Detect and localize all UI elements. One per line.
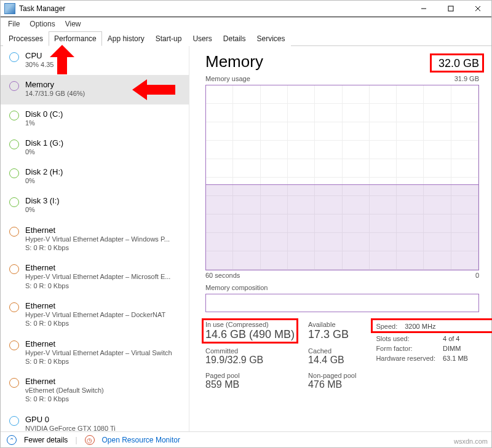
memory-usage-fill [206,184,478,270]
titlebar: Task Manager [1,1,491,17]
sidebar-item-sub: 0% [25,147,63,156]
tabbar: Processes Performance App history Start-… [1,31,491,46]
paged-label: Paged pool [205,372,295,379]
ff-label: Form factor: [376,344,442,353]
sidebar-item-sub: NVIDIA GeForce GTX 1080 Ti2% [25,424,116,431]
sidebar-icon [9,416,19,426]
tab-start-up[interactable]: Start-up [150,31,188,46]
content-pane: Memory 32.0 GB Memory usage 31.9 GB 60 s… [189,46,491,431]
hr-label: Hardware reserved: [376,354,442,363]
avail-label: Available [308,321,356,328]
nonpaged-label: Non-paged pool [308,372,356,379]
sidebar-item-title: Ethernet [25,301,165,310]
stats-grid: In use (Compressed) 14.6 GB (490 MB) Ava… [205,321,356,390]
usage-max: 31.9 GB [454,75,479,82]
slots-value: 4 of 4 [443,334,474,343]
sidebar-item-title: Ethernet [25,263,170,272]
sidebar-icon [9,81,19,91]
menubar: File Options View [1,17,491,31]
sidebar-item-sub: vEthernet (Default Switch)S: 0 R: 0 Kbps [25,386,104,404]
usage-label: Memory usage [205,75,250,82]
app-icon [4,3,15,14]
svg-rect-1 [448,6,453,11]
window-title: Task Manager [19,4,410,13]
cached-value: 14.4 GB [308,355,356,366]
memory-composition-bar[interactable] [205,294,479,312]
committed-label: Committed [205,347,295,355]
paged-value: 859 MB [205,379,295,390]
fewer-details-link[interactable]: Fewer details [24,436,68,444]
sidebar-item-title: Ethernet [25,339,172,348]
sidebar-icon [9,52,19,62]
page-title: Memory [205,52,263,71]
sidebar-item-sub: 0% [25,205,60,214]
sidebar-icon [9,227,19,237]
memory-usage-graph[interactable] [205,85,479,270]
cached-label: Cached [308,347,356,355]
sidebar-item-ethernet[interactable]: EthernetHyper-V Virtual Ethernet Adapter… [1,334,189,372]
sidebar-item-title: Disk 3 (I:) [25,196,60,205]
sidebar-item-sub: Hyper-V Virtual Ethernet Adapter – Virtu… [25,348,172,366]
sidebar-item-ethernet[interactable]: EthernetHyper-V Virtual Ethernet Adapter… [1,221,189,259]
sidebar-item-sub: 30% 4.35 [25,60,54,69]
axis-right: 0 [475,272,479,279]
nonpaged-value: 476 MB [308,379,356,390]
tab-performance[interactable]: Performance [49,31,102,46]
slots-label: Slots used: [376,334,442,343]
open-resource-monitor-link[interactable]: Open Resource Monitor [102,436,180,444]
specs-table: Speed: 3200 MHz Slots used: 4 of 4 Form … [375,321,475,390]
speed-value: 3200 MHz [405,322,442,331]
tab-processes[interactable]: Processes [3,31,49,46]
sidebar-item-sub: 1% [25,119,63,127]
sidebar-item-title: Disk 0 (C:) [25,109,63,119]
sidebar-icon [9,340,19,350]
sidebar-item-title: Ethernet [25,377,104,386]
sidebar-icon [9,302,19,312]
watermark: wsxdn.com [454,438,488,445]
sidebar-item-disk-0-c-[interactable]: Disk 0 (C:)1% [1,104,189,133]
sidebar-item-cpu[interactable]: CPU30% 4.35 [1,46,189,75]
sidebar-item-title: Disk 1 (G:) [25,138,63,147]
sidebar-item-title: Disk 2 (H:) [25,167,63,176]
fewer-details-icon[interactable]: ⌃ [7,435,17,445]
memory-total: 32.0 GB [438,57,479,70]
sidebar-icon [9,197,19,207]
sidebar-icon [9,264,19,274]
tab-details[interactable]: Details [218,31,252,46]
sidebar-item-gpu-0[interactable]: GPU 0NVIDIA GeForce GTX 1080 Ti2% [1,410,189,431]
sidebar-item-sub: Hyper-V Virtual Ethernet Adapter – Windo… [25,235,170,253]
tab-users[interactable]: Users [187,31,217,46]
minimize-button[interactable] [410,1,437,17]
resource-monitor-icon[interactable]: ◷ [85,435,95,445]
sidebar-icon [9,168,19,178]
sidebar-item-title: GPU 0 [25,415,116,424]
menu-options[interactable]: Options [25,18,60,29]
sidebar-item-ethernet[interactable]: EthernetHyper-V Virtual Ethernet Adapter… [1,258,189,296]
menu-view[interactable]: View [60,18,86,29]
axis-left: 60 seconds [205,272,240,279]
tab-app-history[interactable]: App history [102,31,150,46]
sidebar-item-ethernet[interactable]: EthernetHyper-V Virtual Ethernet Adapter… [1,296,189,334]
sidebar-item-memory[interactable]: Memory14.7/31.9 GB (46%) [1,75,189,104]
menu-file[interactable]: File [3,18,25,29]
inuse-value: 14.6 GB (490 MB) [205,328,295,341]
close-button[interactable] [464,1,491,17]
maximize-button[interactable] [437,1,464,17]
sidebar-icon [9,111,19,120]
sidebar-item-sub: Hyper-V Virtual Ethernet Adapter – Docke… [25,310,165,328]
sidebar-item-disk-2-h-[interactable]: Disk 2 (H:)0% [1,162,189,191]
sidebar-item-sub: Hyper-V Virtual Ethernet Adapter – Micro… [25,272,170,290]
task-manager-window: Task Manager File Options View Processes… [0,0,492,448]
inuse-label: In use (Compressed) [205,321,295,328]
composition-label: Memory composition [205,284,479,291]
performance-sidebar: CPU30% 4.35Memory14.7/31.9 GB (46%)Disk … [1,46,189,431]
avail-value: 17.3 GB [308,328,356,341]
tab-services[interactable]: Services [251,31,290,46]
ff-value: DIMM [443,344,474,353]
sidebar-item-disk-3-i-[interactable]: Disk 3 (I:)0% [1,191,189,220]
sidebar-item-sub: 14.7/31.9 GB (46%) [25,89,85,98]
sidebar-item-disk-1-g-[interactable]: Disk 1 (G:)0% [1,133,189,162]
sidebar-icon [9,378,19,388]
sidebar-item-title: CPU [25,51,54,60]
sidebar-item-ethernet[interactable]: EthernetvEthernet (Default Switch)S: 0 R… [1,372,189,410]
